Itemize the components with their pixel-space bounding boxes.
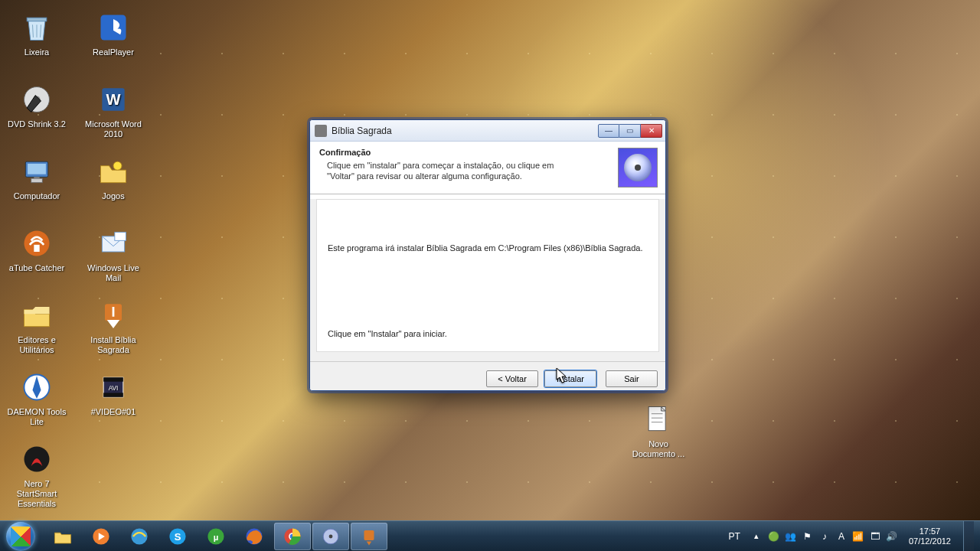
- exit-button[interactable]: Sair: [606, 370, 658, 387]
- taskbar-item-ie[interactable]: [121, 523, 158, 550]
- install-button[interactable]: Instalar: [544, 370, 596, 387]
- desktop-icon-label: #VIDEO#01: [91, 407, 136, 417]
- desktop-icon-label: DVD Shrink 3.2: [8, 119, 66, 129]
- svg-rect-9: [34, 177, 39, 179]
- utorrent-icon: µ: [205, 526, 227, 547]
- svg-rect-23: [103, 393, 123, 397]
- desktop-icon-novo-documento[interactable]: Novo Documento ...: [628, 398, 689, 470]
- dialog-body: Este programa irá instalar Bíblia Sagrad…: [310, 199, 665, 362]
- tray-flag-icon[interactable]: ⚑: [802, 530, 814, 543]
- svg-point-17: [113, 161, 122, 170]
- jogos-icon: [95, 153, 132, 190]
- maximize-button[interactable]: ▭: [619, 124, 641, 138]
- installer-dialog: Bíblia Sagrada — ▭ ✕ Confirmação Clique …: [309, 119, 666, 391]
- svg-text:AVI: AVI: [109, 385, 119, 392]
- close-button[interactable]: ✕: [641, 124, 662, 138]
- taskbar-item-wmplayer[interactable]: [83, 523, 119, 550]
- taskbar-item-disc[interactable]: [312, 523, 349, 550]
- desktop-icon-lixeira[interactable]: Lixeira: [6, 6, 67, 78]
- install-path-text: Este programa irá instalar Bíblia Sagrad…: [328, 243, 648, 253]
- computador-icon: [18, 153, 55, 190]
- tray-battery-icon[interactable]: 🗔: [869, 530, 881, 543]
- video01-icon: AVI: [95, 369, 132, 406]
- desktop-icon-video01[interactable]: AVI#VIDEO#01: [83, 366, 144, 438]
- language-indicator[interactable]: PT: [724, 531, 745, 542]
- firefox-icon: [243, 526, 265, 547]
- desktop-icon-label: Microsoft Word 2010: [83, 119, 144, 139]
- taskbar-item-skype[interactable]: S: [159, 523, 196, 550]
- taskbar-item-utorrent[interactable]: µ: [198, 523, 234, 550]
- chrome-icon: [282, 526, 303, 547]
- svg-rect-41: [364, 530, 374, 540]
- clock-time: 17:57: [909, 527, 951, 536]
- svg-text:µ: µ: [214, 532, 219, 541]
- desktop-icon-label: Install Bíblia Sagrada: [83, 335, 144, 355]
- taskbar-item-chrome[interactable]: [274, 523, 311, 550]
- desktop-icon-jogos[interactable]: Jogos: [83, 150, 144, 222]
- desktop-icon-label: aTube Catcher: [9, 263, 64, 273]
- desktop-icon-nero[interactable]: Nero 7 StartSmart Essentials: [6, 438, 67, 510]
- titlebar[interactable]: Bíblia Sagrada — ▭ ✕: [310, 120, 665, 142]
- desktop-icon-computador[interactable]: Computador: [6, 150, 67, 222]
- skype-icon: S: [167, 526, 188, 547]
- desktop: LixeiraDVD Shrink 3.2ComputadoraTube Cat…: [0, 0, 980, 551]
- dvd-shrink-icon: [18, 81, 55, 118]
- desktop-icon-label: Novo Documento ...: [628, 439, 689, 459]
- dialog-header: Confirmação Clique em "instalar" para co…: [310, 142, 665, 194]
- desktop-icon-realplayer[interactable]: RealPlayer: [83, 6, 144, 78]
- desktop-icon-atube-catcher[interactable]: aTube Catcher: [6, 222, 67, 294]
- word-2010-icon: W: [95, 81, 132, 118]
- show-desktop-button[interactable]: [963, 521, 974, 552]
- desktop-icon-install-biblia[interactable]: Install Bíblia Sagrada: [83, 294, 144, 366]
- taskbar-clock[interactable]: 17:57 07/12/2012: [904, 527, 951, 546]
- desktop-icon-label: Jogos: [102, 191, 124, 201]
- tray-volume-icon[interactable]: 🔊: [886, 530, 898, 543]
- realplayer-icon: [95, 9, 132, 46]
- tray-a-icon[interactable]: A: [835, 530, 848, 543]
- window-title: Bíblia Sagrada: [332, 126, 598, 136]
- install-hint-text: Clique em "Instalar" para iniciar.: [328, 328, 648, 339]
- document-icon: [640, 401, 677, 438]
- tray-overflow-button[interactable]: ▴: [751, 531, 762, 541]
- minimize-button[interactable]: —: [598, 124, 619, 138]
- editores-utilitarios-icon: [18, 297, 55, 334]
- dialog-heading: Confirmação: [319, 148, 610, 157]
- desktop-icon-label: DAEMON Tools Lite: [6, 407, 67, 427]
- desktop-icon-label: Windows Live Mail: [83, 263, 144, 283]
- taskbar-item-installer[interactable]: [351, 523, 387, 550]
- desktop-icon-word-2010[interactable]: WMicrosoft Word 2010: [83, 78, 144, 150]
- cd-icon: [618, 148, 658, 187]
- tray-wifi-icon[interactable]: 📶: [852, 530, 864, 543]
- back-button[interactable]: < Voltar: [486, 370, 538, 387]
- desktop-icon-windows-live-mail[interactable]: Windows Live Mail: [83, 222, 144, 294]
- svg-point-40: [329, 534, 333, 538]
- wmplayer-icon: [90, 526, 112, 547]
- clock-date: 07/12/2012: [909, 536, 951, 546]
- desktop-icon-label: Nero 7 StartSmart Essentials: [6, 479, 67, 509]
- svg-rect-11: [34, 245, 39, 252]
- tray-safe-remove-icon[interactable]: 🟢: [768, 530, 780, 543]
- taskbar-item-explorer[interactable]: [44, 523, 81, 550]
- install-biblia-icon: [95, 297, 132, 334]
- svg-rect-19: [115, 232, 126, 240]
- taskbar-items: Sµ: [41, 521, 387, 551]
- svg-rect-22: [103, 377, 123, 382]
- desktop-icon-editores-utilitarios[interactable]: Editores e Utilitários: [6, 294, 67, 366]
- svg-rect-0: [27, 18, 47, 21]
- desktop-icon-daemon-tools[interactable]: DAEMON Tools Lite: [6, 366, 67, 438]
- taskbar-item-firefox[interactable]: [236, 523, 273, 550]
- lixeira-icon: [18, 9, 55, 46]
- svg-text:S: S: [175, 530, 181, 542]
- dialog-footer: < Voltar Instalar Sair: [310, 362, 665, 391]
- daemon-tools-icon: [18, 369, 55, 406]
- atube-catcher-icon: [18, 225, 55, 262]
- windows-orb-icon: [6, 522, 35, 551]
- svg-rect-7: [28, 164, 46, 174]
- tray-network-icon[interactable]: 👥: [785, 530, 797, 543]
- desktop-icon-label: Editores e Utilitários: [6, 335, 67, 355]
- start-button[interactable]: [0, 521, 41, 552]
- tray-audio-icon[interactable]: ♪: [818, 530, 831, 543]
- explorer-icon: [52, 526, 74, 547]
- taskbar: Sµ PT ▴ 🟢👥⚑♪A📶🗔🔊 17:57 07/12/2012: [0, 520, 980, 551]
- desktop-icon-dvd-shrink[interactable]: DVD Shrink 3.2: [6, 78, 67, 150]
